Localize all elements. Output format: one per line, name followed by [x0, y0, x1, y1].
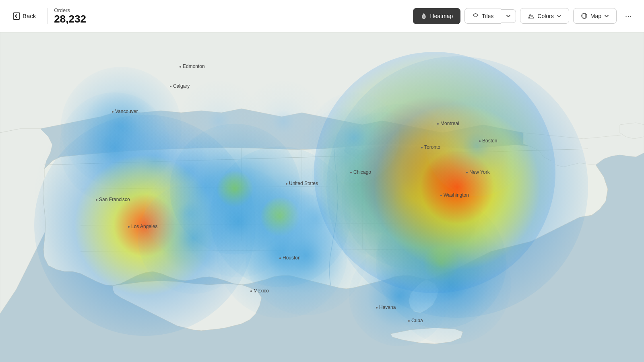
more-button[interactable]: ···	[621, 8, 636, 24]
city-dot	[440, 195, 442, 196]
map-chevron-icon	[604, 14, 609, 19]
map-container[interactable]: EdmontonCalgaryVancouverMontrealTorontoB…	[0, 32, 644, 362]
toolbar: Heatmap Tiles Colors	[413, 8, 636, 24]
map-svg	[0, 32, 644, 362]
map-button[interactable]: Map	[573, 8, 617, 24]
city-dot	[279, 257, 281, 259]
city-dot	[170, 86, 171, 87]
city-dot	[376, 307, 378, 309]
svg-rect-0	[13, 13, 20, 19]
heatmap-button[interactable]: Heatmap	[413, 8, 460, 24]
city-dot	[350, 172, 352, 173]
colors-label: Colors	[537, 13, 553, 19]
heatmap-label: Heatmap	[430, 13, 453, 19]
heatmap-icon	[421, 12, 427, 20]
tiles-chevron-icon	[506, 14, 511, 19]
svg-point-1	[529, 17, 530, 18]
tiles-button[interactable]: Tiles	[464, 8, 501, 24]
orders-info: Orders 28,232	[54, 7, 86, 25]
colors-button[interactable]: Colors	[520, 8, 569, 24]
city-dot	[286, 183, 287, 185]
tiles-icon	[472, 12, 479, 19]
header-divider	[47, 8, 47, 24]
back-icon	[13, 12, 20, 20]
city-dot	[437, 123, 439, 125]
city-dot	[466, 172, 468, 173]
header: Back Orders 28,232 Heatmap Tiles	[0, 0, 644, 32]
orders-count: 28,232	[54, 13, 86, 25]
city-dot	[96, 199, 97, 201]
orders-label: Orders	[54, 7, 86, 13]
map-label: Map	[590, 13, 601, 19]
city-dot	[112, 111, 114, 113]
city-dot	[128, 226, 130, 228]
map-globe-icon	[581, 12, 588, 19]
back-label: Back	[23, 12, 36, 19]
city-dot	[479, 140, 481, 142]
tiles-label: Tiles	[482, 13, 493, 19]
more-icon: ···	[625, 11, 632, 21]
city-dot	[250, 290, 252, 292]
city-dot	[408, 320, 410, 322]
city-dot	[421, 147, 423, 148]
city-dot	[180, 66, 181, 68]
colors-chevron-icon	[557, 14, 561, 19]
tiles-dropdown-button[interactable]	[501, 9, 516, 23]
colors-icon	[528, 12, 535, 19]
tiles-group: Tiles	[464, 8, 516, 24]
back-button[interactable]: Back	[8, 9, 41, 23]
